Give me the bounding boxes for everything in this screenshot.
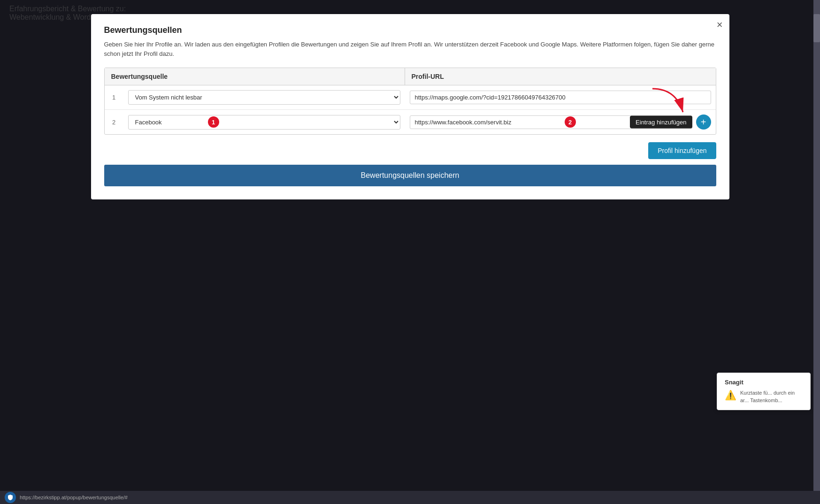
warning-icon: ⚠️ [725, 389, 736, 401]
url-cell-1 [405, 86, 716, 109]
url-input-1[interactable] [410, 91, 711, 104]
table-row: 1 2 Vom System nicht lesbar Facebook Goo… [105, 110, 716, 134]
url-cell-2: 2 Eintrag hinzufügen [405, 110, 716, 134]
source-select-2[interactable]: Vom System nicht lesbar Facebook Google … [128, 115, 400, 130]
source-cell-2: Vom System nicht lesbar Facebook Google … [123, 110, 405, 134]
row-number-2: 2 [105, 119, 123, 126]
row-number-1: 1 [105, 94, 123, 101]
snagit-title: Snagit [725, 379, 803, 386]
close-button[interactable]: × [717, 20, 723, 30]
add-profile-button[interactable]: Profil hinzufügen [648, 142, 716, 159]
col-url-header: Profil-URL [405, 68, 716, 85]
modal-title: Bewertungsquellen [104, 25, 716, 35]
security-icon [5, 492, 16, 503]
col-source-header: Bewertungsquelle [105, 68, 405, 85]
snagit-body: ⚠️ Kurztaste fü... durch ein ar... Taste… [725, 389, 803, 404]
save-button[interactable]: Bewertungsquellen speichern [104, 165, 716, 186]
modal-description: Geben Sie hier Ihr Profile an. Wir laden… [104, 40, 716, 58]
table-row: 1 Vom System nicht lesbar Facebook Googl… [105, 85, 716, 110]
snagit-text: Kurztaste fü... durch ein ar... Tastenko… [740, 389, 803, 404]
add-entry-tooltip: Eintrag hinzufügen [630, 116, 692, 129]
table-header: Bewertungsquelle Profil-URL [105, 68, 716, 85]
review-sources-table: Bewertungsquelle Profil-URL 1 Vom System… [104, 68, 716, 135]
status-url: https://bezirkstipp.at/popup/bewertungsq… [20, 495, 128, 500]
annotation-circle-1: 1 [208, 116, 219, 128]
status-bar: https://bezirkstipp.at/popup/bewertungsq… [0, 491, 820, 504]
source-cell-1: Vom System nicht lesbar Facebook Google … [123, 85, 405, 109]
snagit-notification: Snagit ⚠️ Kurztaste fü... durch ein ar..… [717, 373, 811, 410]
annotation-circle-2: 2 [565, 116, 576, 128]
scrollbar-track[interactable] [813, 0, 820, 491]
scrollbar-thumb[interactable] [813, 14, 820, 42]
add-entry-button[interactable]: + [696, 115, 711, 130]
bewertungsquellen-modal: × Bewertungsquellen Geben Sie hier Ihr P… [91, 14, 729, 199]
source-select-1[interactable]: Vom System nicht lesbar Facebook Google … [128, 90, 400, 105]
